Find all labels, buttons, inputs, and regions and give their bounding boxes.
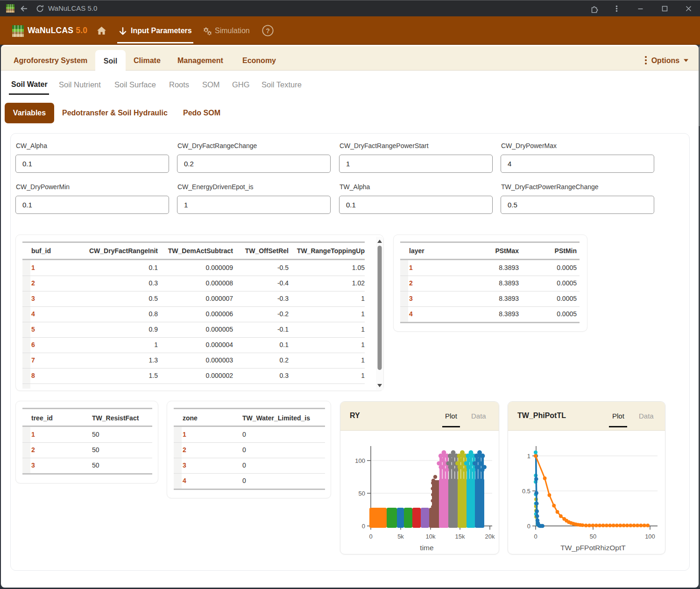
svg-text:0: 0 (369, 533, 372, 540)
svg-text:20k: 20k (485, 533, 495, 540)
svg-text:50: 50 (359, 490, 365, 497)
svg-text:?: ? (266, 27, 270, 35)
svg-text:0: 0 (362, 523, 365, 530)
svg-text:10k: 10k (426, 533, 436, 540)
svg-text:TW_pFPotRhizOptT: TW_pFPotRhizOptT (560, 544, 626, 552)
svg-text:time: time (420, 544, 433, 552)
svg-text:5k: 5k (397, 533, 404, 540)
svg-text:1: 1 (527, 453, 530, 460)
svg-text:0.5: 0.5 (522, 488, 530, 495)
svg-text:0: 0 (534, 533, 537, 540)
svg-text:15k: 15k (455, 533, 465, 540)
svg-text:50: 50 (590, 533, 596, 540)
svg-text:0: 0 (527, 523, 530, 530)
svg-text:100: 100 (355, 457, 365, 464)
svg-text:100: 100 (645, 533, 655, 540)
